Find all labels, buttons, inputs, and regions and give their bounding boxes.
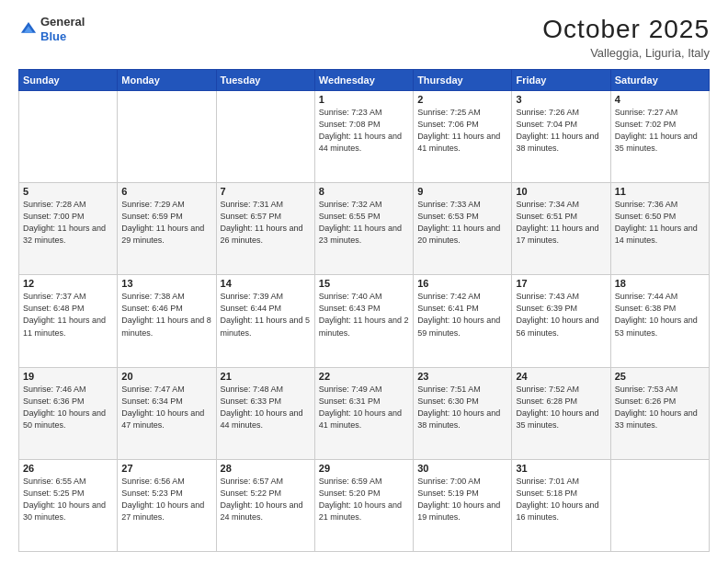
calendar-cell (19, 91, 118, 183)
day-info: Sunrise: 7:51 AM Sunset: 6:30 PM Dayligh… (417, 384, 507, 431)
page: General Blue October 2025 Valleggia, Lig… (0, 0, 728, 563)
day-info: Sunrise: 7:26 AM Sunset: 7:04 PM Dayligh… (516, 107, 606, 155)
calendar-cell: 8Sunrise: 7:32 AM Sunset: 6:55 PM Daylig… (314, 183, 413, 275)
day-number: 4 (615, 94, 705, 105)
day-number: 14 (221, 278, 311, 289)
day-info: Sunrise: 7:33 AM Sunset: 6:53 PM Dayligh… (417, 199, 507, 247)
calendar-cell: 18Sunrise: 7:44 AM Sunset: 6:38 PM Dayli… (610, 275, 709, 367)
day-number: 1 (319, 94, 409, 105)
day-number: 8 (319, 186, 409, 197)
day-number: 18 (615, 278, 705, 289)
calendar-cell: 26Sunrise: 6:55 AM Sunset: 5:25 PM Dayli… (19, 459, 118, 551)
day-info: Sunrise: 7:01 AM Sunset: 5:18 PM Dayligh… (516, 476, 606, 523)
day-info: Sunrise: 7:36 AM Sunset: 6:50 PM Dayligh… (615, 199, 705, 247)
logo: General Blue (18, 15, 85, 43)
calendar-cell: 15Sunrise: 7:40 AM Sunset: 6:43 PM Dayli… (314, 275, 413, 367)
day-number: 3 (516, 94, 606, 105)
day-number: 15 (319, 278, 409, 289)
calendar-table: SundayMondayTuesdayWednesdayThursdayFrid… (18, 69, 710, 552)
day-info: Sunrise: 7:44 AM Sunset: 6:38 PM Dayligh… (615, 291, 705, 339)
logo-text: General Blue (40, 15, 85, 43)
calendar-cell: 31Sunrise: 7:01 AM Sunset: 5:18 PM Dayli… (512, 459, 610, 551)
calendar-cell: 19Sunrise: 7:46 AM Sunset: 6:36 PM Dayli… (19, 367, 118, 459)
weekday-header: Sunday (19, 70, 118, 91)
day-number: 10 (516, 186, 606, 197)
calendar-cell: 1Sunrise: 7:23 AM Sunset: 7:08 PM Daylig… (314, 91, 413, 183)
calendar-cell: 4Sunrise: 7:27 AM Sunset: 7:02 PM Daylig… (610, 91, 709, 183)
day-info: Sunrise: 7:00 AM Sunset: 5:19 PM Dayligh… (417, 476, 507, 523)
calendar-cell: 21Sunrise: 7:48 AM Sunset: 6:33 PM Dayli… (216, 367, 314, 459)
day-number: 25 (615, 371, 705, 382)
day-info: Sunrise: 7:49 AM Sunset: 6:31 PM Dayligh… (319, 384, 409, 431)
day-info: Sunrise: 6:55 AM Sunset: 5:25 PM Dayligh… (23, 476, 113, 523)
weekday-header: Saturday (610, 70, 709, 91)
calendar-cell: 27Sunrise: 6:56 AM Sunset: 5:23 PM Dayli… (118, 459, 216, 551)
day-number: 9 (417, 186, 507, 197)
calendar-cell: 3Sunrise: 7:26 AM Sunset: 7:04 PM Daylig… (512, 91, 610, 183)
calendar-cell: 2Sunrise: 7:25 AM Sunset: 7:06 PM Daylig… (414, 91, 512, 183)
logo-blue: Blue (40, 29, 66, 43)
calendar-cell: 11Sunrise: 7:36 AM Sunset: 6:50 PM Dayli… (610, 183, 709, 275)
day-number: 22 (319, 371, 409, 382)
weekday-header: Wednesday (314, 70, 413, 91)
day-info: Sunrise: 7:40 AM Sunset: 6:43 PM Dayligh… (319, 291, 409, 339)
day-number: 11 (615, 186, 705, 197)
weekday-header: Thursday (414, 70, 512, 91)
day-number: 16 (417, 278, 507, 289)
day-number: 23 (417, 371, 507, 382)
calendar-cell: 14Sunrise: 7:39 AM Sunset: 6:44 PM Dayli… (216, 275, 314, 367)
day-number: 7 (221, 186, 311, 197)
weekday-header: Monday (118, 70, 216, 91)
calendar-week-row: 12Sunrise: 7:37 AM Sunset: 6:48 PM Dayli… (19, 275, 710, 367)
calendar-cell: 16Sunrise: 7:42 AM Sunset: 6:41 PM Dayli… (414, 275, 512, 367)
location-title: Valleggia, Liguria, Italy (542, 46, 710, 60)
calendar-cell: 30Sunrise: 7:00 AM Sunset: 5:19 PM Dayli… (414, 459, 512, 551)
day-info: Sunrise: 7:47 AM Sunset: 6:34 PM Dayligh… (121, 384, 211, 431)
calendar-cell: 7Sunrise: 7:31 AM Sunset: 6:57 PM Daylig… (216, 183, 314, 275)
day-info: Sunrise: 7:31 AM Sunset: 6:57 PM Dayligh… (221, 199, 311, 247)
day-number: 5 (23, 186, 113, 197)
day-info: Sunrise: 7:46 AM Sunset: 6:36 PM Dayligh… (23, 384, 113, 431)
day-number: 20 (121, 371, 211, 382)
day-info: Sunrise: 7:32 AM Sunset: 6:55 PM Dayligh… (319, 199, 409, 247)
logo-icon (18, 19, 39, 40)
day-number: 12 (23, 278, 113, 289)
calendar-cell (216, 91, 314, 183)
calendar-cell: 13Sunrise: 7:38 AM Sunset: 6:46 PM Dayli… (118, 275, 216, 367)
day-number: 21 (221, 371, 311, 382)
calendar-cell: 23Sunrise: 7:51 AM Sunset: 6:30 PM Dayli… (414, 367, 512, 459)
day-info: Sunrise: 7:38 AM Sunset: 6:46 PM Dayligh… (121, 291, 211, 339)
calendar-cell: 5Sunrise: 7:28 AM Sunset: 7:00 PM Daylig… (19, 183, 118, 275)
calendar-header-row: SundayMondayTuesdayWednesdayThursdayFrid… (19, 70, 710, 91)
day-info: Sunrise: 7:43 AM Sunset: 6:39 PM Dayligh… (516, 291, 606, 339)
month-title: October 2025 (542, 15, 710, 44)
calendar-cell: 25Sunrise: 7:53 AM Sunset: 6:26 PM Dayli… (610, 367, 709, 459)
calendar-week-row: 19Sunrise: 7:46 AM Sunset: 6:36 PM Dayli… (19, 367, 710, 459)
calendar-week-row: 5Sunrise: 7:28 AM Sunset: 7:00 PM Daylig… (19, 183, 710, 275)
calendar-cell: 17Sunrise: 7:43 AM Sunset: 6:39 PM Dayli… (512, 275, 610, 367)
day-info: Sunrise: 7:34 AM Sunset: 6:51 PM Dayligh… (516, 199, 606, 247)
logo-general: General (40, 15, 85, 29)
day-info: Sunrise: 7:29 AM Sunset: 6:59 PM Dayligh… (121, 199, 211, 247)
weekday-header: Tuesday (216, 70, 314, 91)
day-number: 24 (516, 371, 606, 382)
calendar-cell: 20Sunrise: 7:47 AM Sunset: 6:34 PM Dayli… (118, 367, 216, 459)
day-info: Sunrise: 6:57 AM Sunset: 5:22 PM Dayligh… (221, 476, 311, 523)
day-number: 17 (516, 278, 606, 289)
day-info: Sunrise: 7:39 AM Sunset: 6:44 PM Dayligh… (221, 291, 311, 339)
day-info: Sunrise: 7:53 AM Sunset: 6:26 PM Dayligh… (615, 384, 705, 431)
calendar-cell: 22Sunrise: 7:49 AM Sunset: 6:31 PM Dayli… (314, 367, 413, 459)
calendar-week-row: 1Sunrise: 7:23 AM Sunset: 7:08 PM Daylig… (19, 91, 710, 183)
calendar-week-row: 26Sunrise: 6:55 AM Sunset: 5:25 PM Dayli… (19, 459, 710, 551)
calendar-cell (118, 91, 216, 183)
day-info: Sunrise: 7:27 AM Sunset: 7:02 PM Dayligh… (615, 107, 705, 155)
day-info: Sunrise: 6:59 AM Sunset: 5:20 PM Dayligh… (319, 476, 409, 523)
day-number: 19 (23, 371, 113, 382)
calendar-cell: 10Sunrise: 7:34 AM Sunset: 6:51 PM Dayli… (512, 183, 610, 275)
calendar-cell: 29Sunrise: 6:59 AM Sunset: 5:20 PM Dayli… (314, 459, 413, 551)
day-number: 28 (221, 463, 311, 474)
title-block: October 2025 Valleggia, Liguria, Italy (542, 15, 710, 60)
day-number: 6 (121, 186, 211, 197)
calendar-cell: 24Sunrise: 7:52 AM Sunset: 6:28 PM Dayli… (512, 367, 610, 459)
weekday-header: Friday (512, 70, 610, 91)
